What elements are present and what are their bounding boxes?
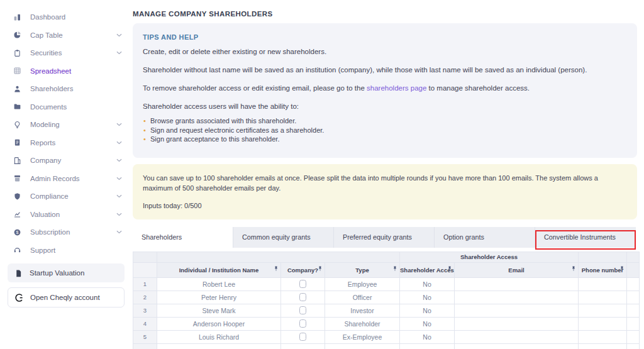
extra-cell [627, 277, 640, 291]
type-cell[interactable]: Shareholder [325, 317, 400, 330]
phone-cell[interactable] [579, 317, 627, 330]
cheqly-logo-icon [14, 293, 24, 302]
pin-icon[interactable] [571, 266, 576, 274]
pin-icon[interactable] [274, 266, 279, 274]
row-number: 1 [133, 277, 157, 291]
sidebar-item-label: Cap Table [30, 31, 63, 39]
column-header-shareholder-access: Shareholder Access [400, 262, 455, 277]
sidebar-item-startup-valuation[interactable]: Startup Valuation [8, 263, 125, 282]
access-cell[interactable]: No [400, 304, 455, 317]
sidebar-item-subscription[interactable]: $ Subscription [0, 223, 132, 241]
name-cell[interactable]: Louis Richard [157, 330, 281, 343]
sidebar-item-admin-records[interactable]: Admin Records [0, 170, 132, 188]
access-cell[interactable]: No [400, 330, 455, 343]
inputs-today-counter: Inputs today: 0/500 [143, 201, 627, 211]
pin-icon[interactable] [619, 266, 625, 274]
sidebar-item-securities[interactable]: Securities [0, 44, 132, 62]
sidebar-item-support[interactable]: Support [0, 241, 132, 260]
admin-records-icon [13, 174, 22, 183]
securities-icon [13, 48, 22, 58]
company-checkbox[interactable] [299, 280, 306, 288]
tips-text: to manage shareholder access. [426, 84, 530, 92]
tab-option-grants[interactable]: Option grants [435, 227, 535, 248]
tab-shareholders[interactable]: Shareholders [133, 227, 233, 248]
extra-cell [627, 330, 640, 343]
table-row: 5 Louis Richard Ex-Employee No [133, 330, 640, 343]
sidebar-item-label: Compliance [30, 192, 69, 200]
sidebar-item-reports[interactable]: Reports [0, 134, 132, 152]
email-cell[interactable] [455, 330, 579, 343]
sidebar-item-cap-table[interactable]: Cap Table [0, 26, 132, 45]
sidebar-item-compliance[interactable]: Compliance [0, 187, 132, 206]
access-cell[interactable] [400, 343, 455, 349]
sidebar-item-documents[interactable]: Documents [0, 98, 132, 116]
type-cell[interactable]: Ex-Employee [325, 330, 400, 343]
name-cell[interactable]: Peter Henry [157, 291, 281, 304]
pin-icon[interactable] [318, 266, 323, 274]
phone-cell[interactable] [579, 291, 627, 304]
shareholders-page-link[interactable]: shareholders page [367, 84, 426, 92]
tab-common-equity-grants[interactable]: Common equity grants [233, 227, 334, 248]
open-cheqly-account-button[interactable]: Open Cheqly account [8, 287, 125, 307]
tips-text: To remove shareholder access or edit exi… [143, 84, 367, 92]
support-icon [13, 245, 22, 255]
sidebar-item-shareholders[interactable]: Shareholders [0, 80, 132, 98]
phone-cell[interactable] [579, 330, 627, 343]
sidebar-item-label: Company [30, 157, 61, 164]
access-cell[interactable]: No [400, 277, 455, 291]
name-cell[interactable]: Robert Lee [157, 277, 281, 291]
svg-text:$: $ [16, 230, 19, 235]
type-cell[interactable]: Investor [325, 304, 400, 317]
extra-cell [627, 304, 640, 317]
email-cell[interactable] [455, 291, 579, 304]
column-header-company: Company? [281, 262, 325, 277]
empty-group-cell [627, 252, 640, 262]
type-cell[interactable] [325, 343, 400, 349]
column-header-name: Individual / Institution Name [157, 262, 281, 277]
shareholders-icon [13, 84, 22, 94]
pin-icon[interactable] [392, 266, 397, 274]
type-cell[interactable]: Officer [325, 291, 400, 304]
phone-cell[interactable] [579, 343, 627, 349]
chevron-down-icon [116, 230, 122, 234]
chevron-down-icon [116, 33, 122, 37]
type-cell[interactable]: Employee [325, 277, 400, 291]
email-cell[interactable] [455, 277, 579, 291]
row-number [133, 343, 157, 349]
company-cell [281, 330, 325, 343]
extra-cell [627, 317, 640, 330]
tab-preferred-equity-grants[interactable]: Preferred equity grants [334, 227, 435, 248]
access-cell[interactable]: No [400, 317, 455, 330]
phone-cell[interactable] [579, 277, 627, 291]
table-row: 4 Anderson Hooper Shareholder No [133, 317, 640, 330]
tips-bullet: Browse grants associated with this share… [143, 116, 627, 126]
sidebar-item-label: Startup Valuation [30, 269, 84, 277]
sidebar-item-dashboard[interactable]: Dashboard [0, 8, 132, 26]
name-cell[interactable]: Steve Mark [157, 304, 281, 317]
company-cell [281, 317, 325, 330]
email-cell[interactable] [455, 317, 579, 330]
email-cell[interactable] [455, 304, 579, 317]
company-checkbox[interactable] [299, 319, 306, 328]
phone-cell[interactable] [579, 304, 627, 317]
access-cell[interactable]: No [400, 291, 455, 304]
company-checkbox[interactable] [299, 293, 306, 301]
table-row: 2 Peter Henry Officer No [133, 291, 640, 304]
company-checkbox[interactable] [299, 306, 306, 314]
email-cell[interactable] [455, 343, 579, 349]
sidebar-item-company[interactable]: Company [0, 152, 132, 170]
pin-icon[interactable] [447, 266, 452, 274]
company-checkbox[interactable] [299, 333, 306, 341]
chevron-down-icon [116, 123, 122, 126]
sidebar-item-spreadsheet[interactable]: Spreadsheet [0, 62, 132, 80]
name-cell[interactable] [157, 343, 281, 349]
sidebar-item-label: Securities [30, 49, 62, 57]
name-cell[interactable]: Anderson Hooper [157, 317, 281, 330]
sidebar-item-label: Valuation [30, 211, 60, 218]
row-number: 3 [133, 304, 157, 317]
main-content: MANAGE COMPANY SHAREHOLDERS TIPS AND HEL… [133, 0, 639, 349]
sidebar-item-label: Support [30, 247, 55, 254]
sidebar-item-modeling[interactable]: Modeling [0, 116, 132, 134]
sidebar-item-valuation[interactable]: Valuation [0, 206, 132, 224]
tab-convertible-instruments[interactable]: Convertible Instruments [535, 227, 636, 248]
